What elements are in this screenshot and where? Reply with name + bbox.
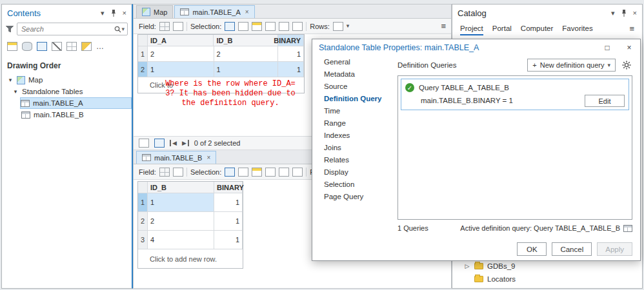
menu-item-range[interactable]: Range [319, 117, 395, 130]
switch-selection-icon[interactable] [252, 168, 262, 177]
search-options-chevron-icon[interactable]: ▾ [121, 26, 125, 32]
close-icon[interactable]: × [633, 10, 637, 17]
add-field-icon[interactable] [159, 168, 170, 177]
menu-item-source[interactable]: Source [319, 81, 395, 93]
menu-item-time[interactable]: Time [319, 105, 395, 117]
column-header-binary[interactable]: BINARY [214, 182, 243, 193]
tab-main-table-b[interactable]: main.TABLE_B × [136, 151, 216, 164]
close-tab-icon[interactable]: × [206, 154, 210, 161]
add-new-row[interactable]: Click to add new row. [138, 249, 243, 268]
cell-binary[interactable]: 1 [214, 193, 243, 212]
catalog-menu-icon[interactable]: ≡ [629, 24, 634, 33]
tab-project[interactable]: Project [460, 21, 483, 35]
column-header-id-b[interactable]: ID_B [148, 182, 214, 193]
cell-id-b[interactable]: 4 [148, 231, 214, 249]
pin-icon[interactable] [110, 10, 117, 17]
cell-binary[interactable]: 1 [278, 62, 304, 77]
filter-icon[interactable] [6, 26, 14, 33]
definition-query-item[interactable]: ✓ Query TABLE_A_TABLE_B main.TABLE_B.BIN… [401, 79, 629, 110]
tree-item-map[interactable]: ▾ Map [2, 74, 132, 86]
form-view-icon[interactable] [154, 139, 165, 148]
column-header-id-b[interactable]: ID_B [214, 35, 278, 46]
calculate-field-icon[interactable] [173, 168, 183, 177]
tab-computer[interactable]: Computer [521, 21, 554, 35]
list-by-labeling-icon[interactable] [81, 42, 92, 51]
tree-item-locators[interactable]: Locators [452, 273, 642, 285]
cell-id-b[interactable]: 2 [148, 212, 214, 231]
cell-binary[interactable]: 1 [214, 212, 243, 231]
cancel-button[interactable]: Cancel [552, 242, 592, 256]
menu-item-indexes[interactable]: Indexes [319, 130, 395, 142]
menu-item-page-query[interactable]: Page Query [319, 191, 395, 203]
cell-id-b[interactable]: 2 [214, 46, 279, 62]
close-icon[interactable]: × [618, 39, 640, 56]
row-number-cell[interactable]: 1 [138, 193, 148, 212]
expanded-arrow-icon[interactable]: ▾ [12, 88, 19, 95]
menu-item-display[interactable]: Display [319, 166, 395, 179]
chevron-down-icon[interactable]: ▾ [347, 23, 350, 29]
select-by-attributes-icon[interactable] [225, 168, 235, 177]
search-icon[interactable] [114, 26, 121, 33]
menu-item-definition-query[interactable]: Definition Query [319, 93, 395, 105]
rows-options-icon[interactable] [333, 22, 343, 31]
more-options-icon[interactable]: … [96, 43, 104, 50]
chevron-down-icon[interactable]: ▾ [611, 10, 615, 17]
zoom-to-selection-icon[interactable] [238, 22, 248, 31]
tree-item-standalone-tables[interactable]: ▾ Standalone Tables [2, 86, 132, 97]
tree-item-main-table-a[interactable]: main.TABLE_A [20, 97, 132, 109]
gear-icon[interactable] [621, 59, 632, 71]
zoom-to-selection-icon[interactable] [238, 168, 248, 177]
close-icon[interactable]: × [123, 10, 126, 17]
first-record-icon[interactable]: ◀ [170, 140, 177, 146]
apply-button[interactable]: Apply [597, 242, 632, 256]
search-input[interactable] [20, 24, 114, 34]
copy-selection-icon[interactable] [292, 168, 303, 177]
chevron-down-icon[interactable]: ▾ [101, 10, 105, 17]
list-by-symbology-icon[interactable] [52, 42, 62, 51]
pin-icon[interactable] [621, 10, 627, 17]
cell-id-b[interactable]: 1 [214, 62, 279, 77]
edit-query-button[interactable]: Edit [585, 95, 625, 107]
table-menu-icon[interactable]: ≡ [441, 22, 446, 30]
list-by-drawing-order-icon[interactable] [7, 42, 17, 51]
list-by-data-source-icon[interactable] [22, 42, 32, 51]
ok-button[interactable]: OK [517, 242, 547, 256]
dialog-titlebar[interactable]: Standalone Table Properties: main.TABLE_… [312, 39, 640, 56]
row-number-cell[interactable]: 2 [138, 62, 148, 77]
corner-cell[interactable] [138, 182, 148, 193]
cell-id-b[interactable]: 1 [148, 193, 214, 212]
tab-map[interactable]: Map [136, 5, 173, 18]
cell-binary[interactable]: 1 [278, 46, 304, 62]
column-header-id-a[interactable]: ID_A [148, 35, 214, 46]
copy-selection-icon[interactable] [292, 22, 303, 31]
table-view-icon[interactable] [139, 139, 149, 148]
tree-item-gdbs-9[interactable]: ▷ GDBs_9 [452, 260, 642, 273]
list-by-editing-icon[interactable] [66, 42, 77, 51]
close-tab-icon[interactable]: × [245, 8, 249, 15]
last-record-icon[interactable]: ▶ [182, 140, 189, 146]
add-field-icon[interactable] [159, 22, 170, 31]
calculate-field-icon[interactable] [173, 22, 183, 31]
menu-item-metadata[interactable]: Metadata [319, 68, 395, 81]
row-number-cell[interactable]: 2 [138, 212, 148, 231]
tab-portal[interactable]: Portal [492, 21, 512, 35]
select-by-attributes-icon[interactable] [225, 22, 235, 31]
expanded-arrow-icon[interactable]: ▾ [7, 77, 14, 83]
clear-selection-icon[interactable] [265, 22, 276, 31]
cell-id-a[interactable]: 2 [148, 46, 214, 62]
row-number-cell[interactable]: 1 [138, 46, 148, 62]
switch-selection-icon[interactable] [252, 22, 262, 31]
menu-item-selection[interactable]: Selection [319, 179, 395, 191]
column-header-binary[interactable]: BINARY [278, 35, 304, 46]
delete-selection-icon[interactable] [279, 168, 289, 177]
corner-cell[interactable] [138, 35, 148, 46]
tab-favorites[interactable]: Favorites [562, 21, 592, 35]
maximize-icon[interactable]: □ [596, 39, 618, 56]
list-by-selection-icon[interactable] [37, 42, 47, 51]
menu-item-relates[interactable]: Relates [319, 154, 395, 166]
menu-item-general[interactable]: General [319, 56, 395, 68]
tree-item-main-table-b[interactable]: main.TABLE_B [2, 109, 132, 121]
new-definition-query-button[interactable]: + New definition query ▾ [527, 59, 616, 72]
delete-selection-icon[interactable] [279, 22, 289, 31]
cell-id-a[interactable]: 1 [148, 62, 214, 77]
